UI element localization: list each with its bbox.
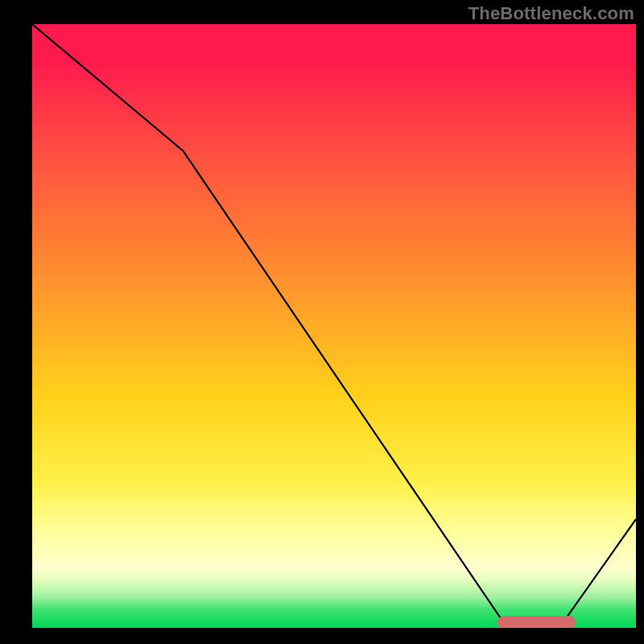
curve-path — [32, 24, 636, 622]
watermark-text: TheBottleneck.com — [469, 3, 634, 24]
optimum-marker — [497, 616, 576, 629]
plot-area — [32, 24, 636, 628]
curve-layer — [32, 24, 636, 628]
chart-frame: TheBottleneck.com — [0, 0, 644, 644]
